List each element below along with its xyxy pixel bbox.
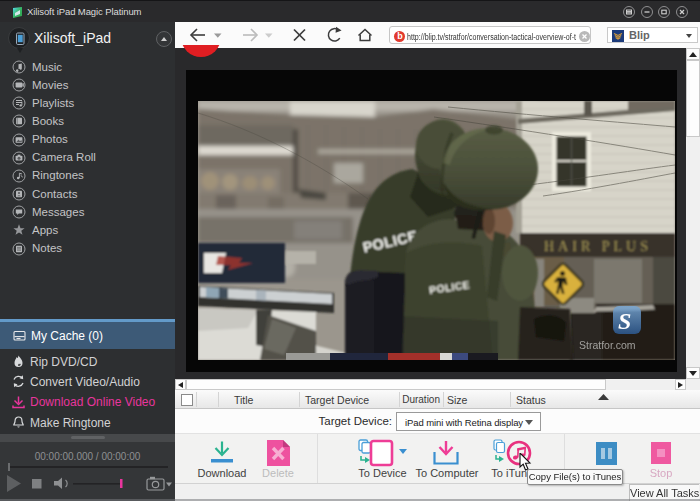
svg-text:S: S <box>618 308 631 334</box>
svg-text:Stratfor.com: Stratfor.com <box>579 339 636 351</box>
svg-text:HAIR PLUS: HAIR PLUS <box>544 239 652 254</box>
